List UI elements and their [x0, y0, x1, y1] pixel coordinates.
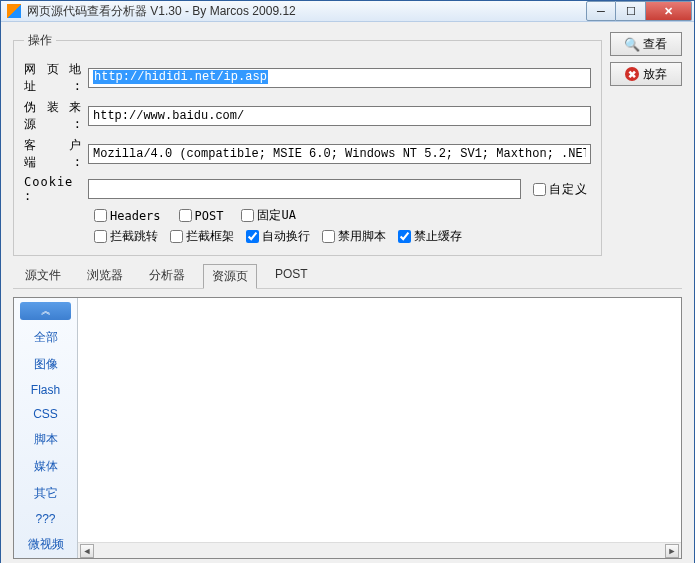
wordwrap-checkbox[interactable]: 自动换行: [246, 228, 310, 245]
resource-viewer[interactable]: [78, 298, 681, 542]
fixed-ua-checkbox[interactable]: 固定UA: [241, 207, 295, 224]
referer-row: 伪装来源:: [24, 99, 591, 133]
tab-post[interactable]: POST: [267, 264, 316, 288]
sidebar-item-flash[interactable]: Flash: [14, 378, 77, 402]
top-row: 操作 网页地址: http://hididi.net/ip.asp 伪装来源: …: [13, 32, 682, 256]
sidebar-item-other[interactable]: 其它: [14, 480, 77, 507]
magnifier-icon: 🔍: [625, 37, 639, 51]
cookie-row: Cookie : 自定义: [24, 175, 591, 203]
post-checkbox[interactable]: POST: [179, 209, 224, 223]
url-input[interactable]: http://hididi.net/ip.asp: [88, 68, 591, 88]
tab-analyzer[interactable]: 分析器: [141, 264, 193, 288]
app-window: 网页源代码查看分析器 V1.30 - By Marcos 2009.12 ─ ☐…: [0, 0, 695, 563]
content-area: ︽ 全部 图像 Flash CSS 脚本 媒体 其它 ??? 微视频 ◄ ►: [13, 297, 682, 559]
ua-row: 客 户 端:: [24, 137, 591, 171]
minimize-button[interactable]: ─: [586, 1, 616, 21]
operation-panel: 操作 网页地址: http://hididi.net/ip.asp 伪装来源: …: [13, 32, 602, 256]
headers-checkbox[interactable]: Headers: [94, 209, 161, 223]
app-icon: [7, 4, 21, 18]
disable-script-checkbox[interactable]: 禁用脚本: [322, 228, 386, 245]
maximize-button[interactable]: ☐: [616, 1, 646, 21]
ua-input[interactable]: [88, 144, 591, 164]
scroll-right-button[interactable]: ►: [665, 544, 679, 558]
window-title: 网页源代码查看分析器 V1.30 - By Marcos 2009.12: [27, 3, 586, 20]
referer-label: 伪装来源:: [24, 99, 82, 133]
tab-bar: 源文件 浏览器 分析器 资源页 POST: [13, 262, 682, 289]
sidebar-item-script[interactable]: 脚本: [14, 426, 77, 453]
main-pane: ◄ ►: [78, 298, 681, 558]
block-redirect-checkbox[interactable]: 拦截跳转: [94, 228, 158, 245]
sidebar-item-image[interactable]: 图像: [14, 351, 77, 378]
checkbox-row-2: 拦截跳转 拦截框架 自动换行 禁用脚本 禁止缓存: [94, 228, 591, 245]
titlebar[interactable]: 网页源代码查看分析器 V1.30 - By Marcos 2009.12 ─ ☐…: [1, 1, 694, 22]
action-buttons: 🔍 查看 ✖ 放弃: [610, 32, 682, 86]
cancel-icon: ✖: [625, 67, 639, 81]
url-row: 网页地址: http://hididi.net/ip.asp: [24, 61, 591, 95]
sidebar-item-media[interactable]: 媒体: [14, 453, 77, 480]
horizontal-scrollbar[interactable]: ◄ ►: [78, 542, 681, 558]
url-label: 网页地址:: [24, 61, 82, 95]
tab-browser[interactable]: 浏览器: [79, 264, 131, 288]
abort-button[interactable]: ✖ 放弃: [610, 62, 682, 86]
sidebar-item-css[interactable]: CSS: [14, 402, 77, 426]
tab-resources[interactable]: 资源页: [203, 264, 257, 289]
window-controls: ─ ☐ ✕: [586, 1, 692, 21]
sidebar-item-microvideo[interactable]: 微视频: [14, 531, 77, 558]
block-frame-checkbox[interactable]: 拦截框架: [170, 228, 234, 245]
sidebar-collapse-button[interactable]: ︽: [20, 302, 71, 320]
sidebar-item-unknown[interactable]: ???: [14, 507, 77, 531]
client-area: 操作 网页地址: http://hididi.net/ip.asp 伪装来源: …: [1, 22, 694, 563]
scroll-left-button[interactable]: ◄: [80, 544, 94, 558]
cookie-input[interactable]: [88, 179, 521, 199]
cookie-label: Cookie :: [24, 175, 82, 203]
view-button[interactable]: 🔍 查看: [610, 32, 682, 56]
operation-legend: 操作: [24, 32, 56, 49]
custom-checkbox[interactable]: 自定义: [533, 181, 591, 198]
tab-source[interactable]: 源文件: [17, 264, 69, 288]
ua-label: 客 户 端:: [24, 137, 82, 171]
resource-sidebar: ︽ 全部 图像 Flash CSS 脚本 媒体 其它 ??? 微视频: [14, 298, 78, 558]
disable-cache-checkbox[interactable]: 禁止缓存: [398, 228, 462, 245]
referer-input[interactable]: [88, 106, 591, 126]
close-button[interactable]: ✕: [646, 1, 692, 21]
sidebar-item-all[interactable]: 全部: [14, 324, 77, 351]
checkbox-row-1: Headers POST 固定UA: [94, 207, 591, 224]
